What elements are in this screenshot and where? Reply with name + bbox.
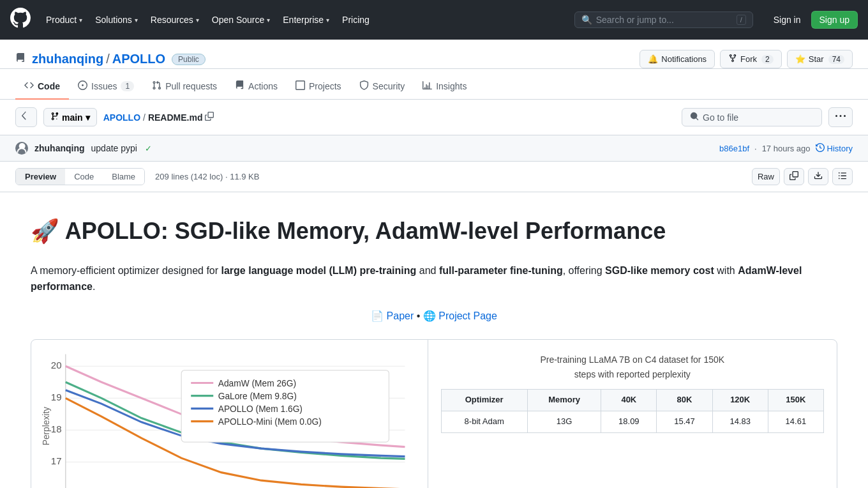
readme-description: A memory-efficient optimizer designed fo… (31, 263, 837, 295)
commit-row: zhuhanqing update pypi ✓ b86e1bf · 17 ho… (0, 135, 868, 162)
svg-text:AdamW (Mem 26G): AdamW (Mem 26G) (218, 379, 296, 388)
top-nav-links: Product ▾ Solutions ▾ Resources ▾ Open S… (41, 11, 375, 29)
tab-pull-requests[interactable]: Pull requests (143, 74, 226, 100)
paper-link[interactable]: Paper (387, 310, 414, 321)
chart-container: 20 19 18 17 16 (31, 340, 837, 488)
chart-left: 20 19 18 17 16 (31, 340, 428, 488)
breadcrumb-sep: / (106, 52, 110, 66)
tab-security[interactable]: Security (350, 74, 414, 100)
enterprise-menu[interactable]: Enterprise ▾ (278, 11, 334, 29)
chart-right: Pre-training LLaMA 7B on C4 dataset for … (428, 340, 837, 488)
col-optimizer: Optimizer (441, 390, 527, 411)
star-count: 74 (828, 55, 844, 64)
col-memory: Memory (527, 390, 601, 411)
readme-content: 🚀 APOLLO: SGD-like Memory, AdamW-level P… (0, 192, 868, 488)
chevron-down-icon: ▾ (135, 17, 138, 24)
file-info: 209 lines (142 loc) · 11.9 KB (155, 172, 259, 181)
code-button[interactable]: Code (65, 169, 103, 185)
history-button[interactable]: History (816, 143, 853, 154)
repo-owner-link[interactable]: zhuhanqing (32, 52, 103, 66)
svg-text:17: 17 (51, 456, 62, 467)
cell-80k: 15.47 (657, 411, 712, 432)
svg-text:18: 18 (51, 423, 62, 434)
commit-message: update pypi (91, 143, 137, 153)
search-icon (690, 112, 699, 123)
verified-badge: ✓ (145, 144, 152, 153)
issues-icon (78, 80, 87, 92)
notifications-button[interactable]: 🔔 Notifications (640, 50, 715, 68)
filepath: APOLLO / README.md (103, 112, 214, 123)
tab-insights[interactable]: Insights (414, 74, 475, 100)
repo-actions: 🔔 Notifications Fork 2 ⭐ Star 74 (640, 50, 853, 68)
avatar (15, 142, 28, 155)
filepath-filename: README.md (148, 112, 203, 123)
signin-button[interactable]: Sign in (768, 12, 806, 27)
signup-button[interactable]: Sign up (811, 11, 858, 29)
commit-sha-link[interactable]: b86e1bf (719, 144, 749, 153)
sidebar-toggle-button[interactable] (15, 107, 37, 127)
branch-selector[interactable]: main ▾ (43, 108, 97, 126)
preview-button[interactable]: Preview (16, 169, 65, 185)
resources-menu[interactable]: Resources ▾ (146, 11, 204, 29)
commit-time: · (754, 144, 757, 153)
cell-40k: 18.09 (601, 411, 657, 432)
readme-title: 🚀 APOLLO: SGD-like Memory, AdamW-level P… (31, 213, 837, 250)
fork-icon (728, 54, 737, 65)
tab-issues[interactable]: Issues 1 (69, 74, 143, 100)
project-page-link[interactable]: Project Page (438, 310, 497, 321)
chevron-down-icon: ▾ (196, 17, 199, 24)
repo-name-link[interactable]: APOLLO (112, 52, 165, 66)
repo-header: zhuhanqing / APOLLO Public 🔔 Notificatio… (0, 40, 868, 69)
solutions-menu[interactable]: Solutions ▾ (90, 11, 143, 29)
repo-type-icon (15, 53, 26, 66)
fork-count: 2 (761, 55, 774, 64)
svg-text:19: 19 (51, 392, 62, 402)
table-title-line1: Pre-training LLaMA 7B on C4 dataset for … (441, 353, 825, 367)
branch-name: main (62, 112, 83, 123)
tab-projects[interactable]: Projects (287, 74, 350, 100)
tab-code[interactable]: Code (15, 74, 69, 100)
search-input[interactable] (596, 15, 733, 25)
cell-120k: 14.83 (712, 411, 768, 432)
blame-button[interactable]: Blame (103, 169, 144, 185)
file-toolbar: main ▾ APOLLO / README.md Go to file (0, 100, 868, 135)
chevron-down-icon: ▾ (86, 112, 90, 123)
fork-button[interactable]: Fork 2 (720, 50, 782, 68)
chevron-down-icon: ▾ (79, 17, 82, 24)
star-icon: ⭐ (795, 54, 805, 64)
more-options-button[interactable] (828, 107, 853, 127)
github-logo-icon[interactable] (10, 8, 31, 33)
col-80k: 80K (657, 390, 712, 411)
tab-actions[interactable]: Actions (226, 74, 287, 100)
readme-figure: 20 19 18 17 16 (31, 339, 837, 488)
product-menu[interactable]: Product ▾ (41, 11, 87, 29)
search-bar[interactable]: 🔍 / (574, 11, 753, 28)
cell-memory: 13G (527, 411, 601, 432)
pricing-link[interactable]: Pricing (337, 11, 375, 29)
copy-file-button[interactable] (784, 168, 804, 185)
bell-icon: 🔔 (648, 54, 658, 64)
goto-file-label: Go to file (703, 112, 738, 123)
visibility-badge: Public (172, 54, 206, 65)
history-icon (816, 143, 825, 154)
list-view-button[interactable] (832, 168, 853, 185)
pr-icon (152, 80, 161, 92)
view-buttons: Preview Code Blame (15, 168, 145, 185)
download-button[interactable] (808, 168, 828, 185)
code-icon (24, 80, 34, 92)
raw-button[interactable]: Raw (752, 168, 780, 185)
open-source-menu[interactable]: Open Source ▾ (207, 11, 276, 29)
col-40k: 40K (601, 390, 657, 411)
goto-file-search[interactable]: Go to file (682, 108, 822, 126)
copy-path-button[interactable] (205, 112, 214, 123)
filepath-repo-link[interactable]: APOLLO (103, 112, 140, 123)
chevron-down-icon: ▾ (326, 17, 329, 24)
security-icon (359, 80, 369, 92)
commit-author: zhuhanqing (34, 143, 85, 153)
breadcrumb: zhuhanqing / APOLLO (32, 52, 165, 66)
projects-icon (296, 80, 305, 92)
star-button[interactable]: ⭐ Star 74 (787, 50, 853, 68)
table-row: 8-bit Adam 13G 18.09 15.47 14.83 14.61 (441, 411, 824, 432)
insights-icon (423, 80, 432, 92)
svg-text:APOLLO (Mem 1.6G): APOLLO (Mem 1.6G) (218, 404, 303, 414)
